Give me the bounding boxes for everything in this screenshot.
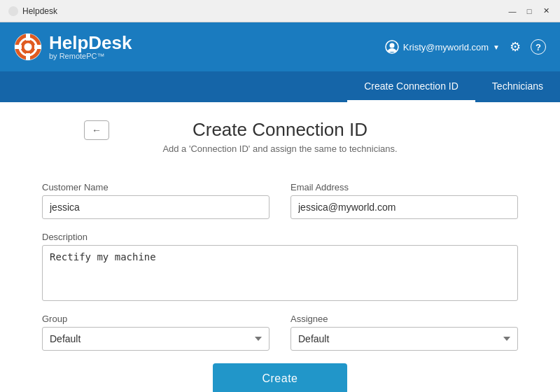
svg-rect-6	[15, 45, 22, 49]
user-email: Kristy@myworld.com	[403, 42, 489, 52]
helpdesk-logo-icon	[14, 33, 42, 61]
svg-point-9	[389, 43, 394, 48]
svg-rect-7	[34, 45, 41, 49]
window-chrome: Helpdesk — □ ✕	[0, 0, 560, 22]
window-title: Helpdesk	[8, 6, 57, 16]
assignee-label: Assignee	[290, 314, 518, 324]
page-header-area: ← Create Connection ID Add a 'Connection…	[42, 119, 518, 168]
app-icon	[8, 6, 18, 16]
help-button[interactable]: ?	[531, 39, 546, 55]
page-header: Create Connection ID Add a 'Connection I…	[162, 119, 397, 154]
customer-name-label: Customer Name	[42, 182, 270, 192]
create-button-row: Create	[42, 363, 518, 392]
nav-create-connection-label: Create Connection ID	[364, 80, 458, 92]
page-subtitle: Add a 'Connection ID' and assign the sam…	[162, 144, 397, 154]
main-content: ← Create Connection ID Add a 'Connection…	[0, 102, 560, 392]
description-label: Description	[42, 232, 518, 242]
form-row-description: Description Rectify my machine	[42, 232, 518, 301]
form-row-group-assignee: Group Default Group A Group B Assignee D…	[42, 314, 518, 351]
form-group-group: Group Default Group A Group B	[42, 314, 270, 351]
user-dropdown-icon: ▼	[493, 43, 500, 51]
email-input[interactable]	[290, 195, 518, 219]
window-title-text: Helpdesk	[22, 6, 57, 16]
group-select[interactable]: Default Group A Group B	[42, 327, 270, 351]
form-group-assignee: Assignee Default Assignee A Assignee B	[290, 314, 518, 351]
svg-rect-4	[26, 34, 30, 41]
customer-name-input[interactable]	[42, 195, 270, 219]
back-button[interactable]: ←	[84, 120, 109, 140]
form-group-description: Description Rectify my machine	[42, 232, 518, 301]
page-title: Create Connection ID	[162, 119, 397, 141]
nav-item-technicians[interactable]: Technicians	[475, 71, 560, 102]
settings-button[interactable]: ⚙	[510, 39, 521, 55]
window-controls: — □ ✕	[507, 6, 552, 17]
app-header: HelpDesk by RemotePC™ Kristy@myworld.com…	[0, 22, 560, 71]
logo-helpdesk-text: HelpDesk	[49, 34, 132, 52]
user-info[interactable]: Kristy@myworld.com ▼	[385, 40, 500, 54]
logo-area: HelpDesk by RemotePC™	[14, 33, 132, 61]
svg-point-0	[8, 6, 18, 16]
form-group-email: Email Address	[290, 182, 518, 219]
logo-by-text: by RemotePC™	[49, 52, 132, 60]
close-button[interactable]: ✕	[540, 6, 552, 17]
assignee-select[interactable]: Default Assignee A Assignee B	[290, 327, 518, 351]
nav-item-create-connection[interactable]: Create Connection ID	[347, 71, 475, 102]
user-avatar-icon	[385, 40, 399, 54]
form-row-name-email: Customer Name Email Address	[42, 182, 518, 219]
maximize-button[interactable]: □	[524, 6, 535, 17]
logo-text: HelpDesk by RemotePC™	[49, 34, 132, 60]
form-group-customer-name: Customer Name	[42, 182, 270, 219]
nav-bar: Create Connection ID Technicians	[0, 71, 560, 102]
nav-technicians-label: Technicians	[492, 80, 543, 92]
header-right: Kristy@myworld.com ▼ ⚙ ?	[385, 39, 546, 55]
email-label: Email Address	[290, 182, 518, 192]
group-label: Group	[42, 314, 270, 324]
description-textarea[interactable]: Rectify my machine	[42, 245, 518, 301]
create-button[interactable]: Create	[213, 363, 346, 392]
svg-rect-5	[26, 53, 30, 60]
minimize-button[interactable]: —	[507, 6, 518, 17]
